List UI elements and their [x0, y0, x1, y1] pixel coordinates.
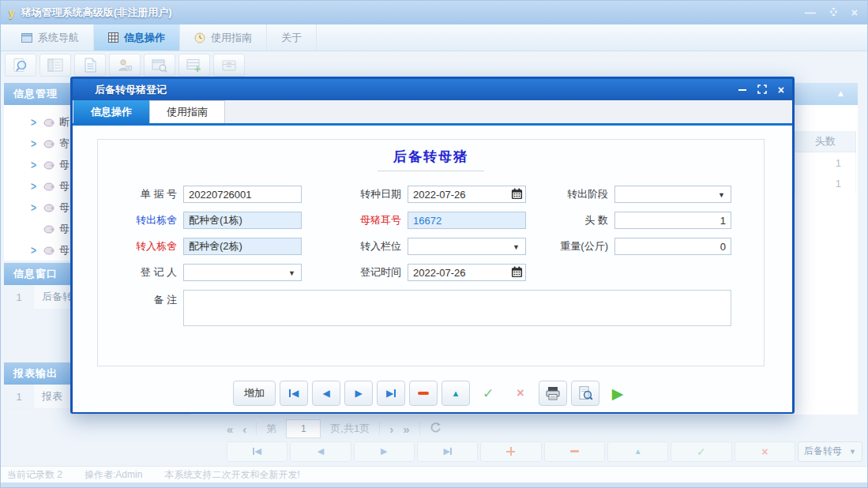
- calendar-icon[interactable]: [511, 188, 523, 203]
- minus-icon: [418, 392, 429, 395]
- main-window-controls: — ×: [805, 7, 858, 18]
- out-stage-select[interactable]: ▼: [614, 186, 731, 203]
- dialog-tab-user-guide[interactable]: 使用指南: [149, 100, 225, 123]
- reg-time-field: [408, 264, 526, 281]
- pig-icon: [43, 118, 54, 127]
- chevron-down-icon: ▼: [288, 269, 295, 277]
- search-icon: [12, 58, 29, 73]
- ear-no-input[interactable]: [408, 212, 526, 229]
- page-number-input[interactable]: [286, 419, 321, 438]
- edit-record-button[interactable]: ▲: [607, 441, 668, 462]
- user-button[interactable]: [109, 54, 141, 77]
- minus-icon: [570, 450, 579, 452]
- archive-button[interactable]: [213, 54, 245, 77]
- next-icon: ▶: [381, 446, 387, 456]
- nav-last-button[interactable]: ▶: [417, 441, 478, 462]
- dialog-minimize-icon[interactable]: [738, 89, 746, 91]
- add-button[interactable]: 增加: [233, 381, 276, 406]
- in-pen-label: 转入栏位: [308, 239, 401, 253]
- pager-separator: [256, 422, 257, 435]
- in-pen-select[interactable]: ▼: [408, 238, 526, 255]
- dialog-maximize-icon[interactable]: [757, 83, 767, 97]
- restore-icon[interactable]: [829, 7, 839, 18]
- check-icon: ✓: [697, 445, 706, 458]
- registrar-select[interactable]: ▼: [183, 264, 302, 281]
- record-last-button[interactable]: ▶: [377, 381, 405, 406]
- grid-cell[interactable]: 1: [795, 173, 856, 193]
- print-button[interactable]: [539, 381, 567, 406]
- out-house-label: 转出栋舍: [106, 213, 177, 227]
- tab-system-nav[interactable]: 系统导航: [7, 24, 94, 51]
- record-type-dropdown[interactable]: 后备转母 ▼: [798, 441, 862, 462]
- pig-icon: [43, 203, 54, 212]
- table-add-button[interactable]: [178, 54, 210, 77]
- in-house-label: 转入栋舍: [106, 239, 177, 253]
- last-icon: [394, 389, 396, 397]
- up-triangle-icon: ▲: [634, 447, 642, 456]
- table-add-icon: [186, 58, 202, 73]
- nav-next-button[interactable]: ▶: [354, 441, 415, 462]
- dialog-tab-info-operation[interactable]: 信息操作: [73, 100, 149, 123]
- breed-date-label: 转种日期: [308, 187, 401, 201]
- pager-last-icon[interactable]: »: [403, 422, 409, 436]
- add-record-button[interactable]: [480, 441, 541, 462]
- reg-time-input[interactable]: [408, 264, 526, 281]
- cancel-button[interactable]: ×: [735, 441, 795, 462]
- chevron-down-icon: ▼: [718, 191, 725, 199]
- grid-icon: [108, 32, 118, 43]
- pager-prev-icon[interactable]: ‹: [242, 422, 246, 436]
- ribbon-tabbar: 系统导航 信息操作 使用指南 关于: [1, 24, 867, 51]
- column-header[interactable]: 头数: [795, 131, 856, 152]
- weight-input[interactable]: [614, 238, 731, 255]
- execute-button[interactable]: ▶: [603, 381, 632, 406]
- window-search-button[interactable]: [144, 54, 175, 77]
- play-icon: ▶: [612, 385, 624, 403]
- nav-first-button[interactable]: ◀: [227, 441, 287, 462]
- registrar-label: 登 记 人: [106, 265, 177, 280]
- tab-user-guide[interactable]: 使用指南: [180, 24, 267, 51]
- print-preview-button[interactable]: [571, 381, 599, 406]
- collapse-arrow-icon[interactable]: ▲: [836, 88, 845, 98]
- pager-next-icon[interactable]: ›: [389, 422, 393, 436]
- remark-textarea[interactable]: [183, 290, 731, 326]
- tab-about[interactable]: 关于: [267, 24, 317, 51]
- minimize-icon[interactable]: —: [805, 7, 816, 18]
- out-house-input[interactable]: [183, 212, 302, 229]
- dialog-tabbar: 信息操作 使用指南: [73, 100, 792, 123]
- refresh-icon[interactable]: [430, 422, 442, 436]
- pager-first-icon[interactable]: «: [227, 422, 233, 436]
- breed-date-input[interactable]: [408, 186, 526, 203]
- pager-separator: [379, 422, 380, 435]
- pig-icon: [43, 224, 54, 234]
- form-heading: 后备转母猪: [98, 148, 764, 171]
- edit-button[interactable]: ▲: [442, 381, 470, 406]
- in-house-input[interactable]: [183, 238, 302, 255]
- check-icon: ✓: [483, 385, 494, 402]
- close-icon[interactable]: ×: [851, 7, 858, 18]
- main-window: y 猪场管理系统高级版(非注册用户) — × 系统导航 信息操作 使用指南 关于: [0, 0, 868, 488]
- record-first-button[interactable]: ◀: [280, 381, 308, 406]
- clock-icon: [194, 32, 205, 43]
- pig-icon: [43, 139, 54, 148]
- doc-no-label: 单 据 号: [106, 187, 177, 201]
- delete-record-button[interactable]: [544, 441, 605, 462]
- post-button[interactable]: ✓: [671, 441, 731, 462]
- delete-button[interactable]: [409, 381, 438, 406]
- dialog-close-icon[interactable]: ×: [778, 84, 784, 96]
- confirm-button[interactable]: ✓: [474, 381, 502, 406]
- archive-icon: [221, 58, 237, 72]
- nav-prev-button[interactable]: ◀: [290, 441, 351, 462]
- form-view-button[interactable]: [39, 54, 71, 77]
- calendar-icon[interactable]: [511, 266, 523, 281]
- dialog-titlebar: 后备转母猪登记 ×: [73, 79, 792, 100]
- cancel-edit-button[interactable]: ×: [506, 381, 535, 406]
- first-icon: [289, 389, 291, 397]
- tab-info-operation[interactable]: 信息操作: [94, 24, 180, 51]
- head-count-input[interactable]: [614, 212, 731, 229]
- record-next-button[interactable]: ▶: [344, 381, 373, 406]
- record-prev-button[interactable]: ◀: [312, 381, 340, 406]
- search-button[interactable]: [5, 54, 36, 77]
- document-button[interactable]: [74, 54, 106, 77]
- doc-no-input[interactable]: [183, 186, 302, 203]
- grid-cell[interactable]: 1: [795, 152, 856, 173]
